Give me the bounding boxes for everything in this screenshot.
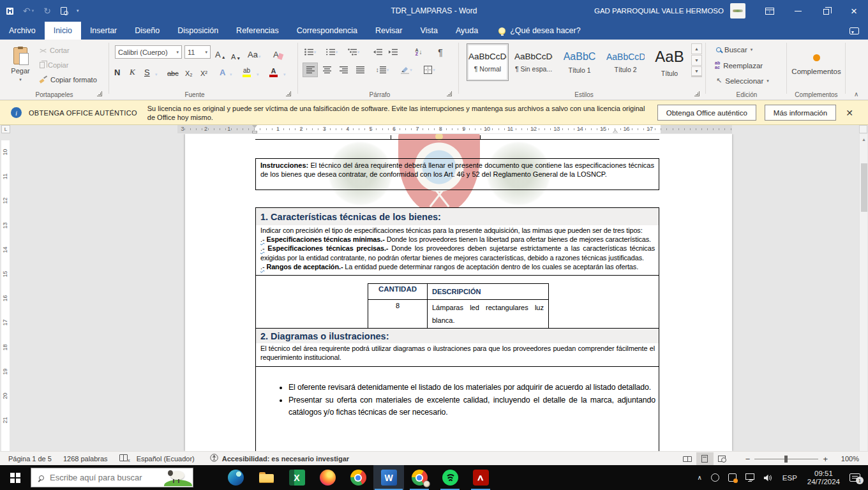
specifications-table[interactable]: 1. Características técnicas de los biene… bbox=[255, 207, 659, 451]
replace-button[interactable]: abacReemplazar bbox=[715, 61, 763, 70]
accessibility-status[interactable]: Accesibilidad: es necesario investigar bbox=[222, 455, 349, 463]
numbering-button[interactable]: ▾ bbox=[324, 45, 340, 59]
tray-app-badge-icon[interactable] bbox=[724, 465, 741, 490]
taskbar-chrome-icon[interactable] bbox=[343, 465, 373, 490]
word-count[interactable]: 1268 palabras bbox=[63, 455, 108, 463]
taskbar-firefox-icon[interactable] bbox=[312, 465, 343, 490]
font-size-combo[interactable]: 11▾ bbox=[184, 45, 211, 59]
increase-indent-button[interactable] bbox=[385, 45, 401, 59]
more-info-button[interactable]: Más información bbox=[765, 105, 836, 121]
underline-options-chevron[interactable]: ▾ bbox=[155, 63, 158, 77]
align-right-button[interactable] bbox=[336, 63, 351, 77]
print-layout-button[interactable] bbox=[696, 452, 714, 466]
style-titulo-1[interactable]: AaBbCTítulo 1 bbox=[558, 43, 601, 81]
tray-app-icon[interactable] bbox=[707, 465, 724, 490]
notification-center-button[interactable]: 1 bbox=[845, 465, 868, 490]
bullets-button[interactable]: ▾ bbox=[303, 45, 318, 59]
left-indent-marker[interactable] bbox=[252, 131, 257, 133]
tab-revisar[interactable]: Revisar bbox=[366, 22, 411, 40]
language-indicator[interactable]: Español (Ecuador) bbox=[137, 455, 195, 463]
justify-button[interactable] bbox=[352, 63, 368, 77]
shrink-font-button[interactable]: A▼ bbox=[231, 47, 241, 61]
first-line-indent-marker[interactable] bbox=[252, 125, 257, 128]
underline-button[interactable]: S bbox=[144, 63, 150, 77]
sort-button[interactable]: AZ↓ bbox=[411, 45, 426, 59]
style-titulo[interactable]: AaBTítulo bbox=[648, 43, 691, 81]
addins-button[interactable]: Complementos bbox=[789, 45, 844, 84]
styles-gallery-expand-button[interactable]: ▼ bbox=[691, 66, 702, 77]
tell-me-box[interactable]: ¿Qué desea hacer? bbox=[498, 22, 581, 40]
font-name-combo[interactable]: Calibri (Cuerpo)▾ bbox=[115, 45, 182, 59]
volume-icon[interactable] bbox=[759, 465, 777, 490]
clear-formatting-button[interactable]: A bbox=[273, 45, 283, 59]
show-formatting-marks-button[interactable]: ¶ bbox=[433, 45, 448, 59]
font-dialog-launcher[interactable] bbox=[286, 91, 291, 96]
clipboard-dialog-launcher[interactable] bbox=[97, 91, 102, 96]
keyboard-language[interactable]: ESP bbox=[777, 474, 802, 482]
taskbar-acrobat-icon[interactable]: ∧ bbox=[465, 465, 496, 490]
tab-referencias[interactable]: Referencias bbox=[227, 22, 288, 40]
taskbar-chrome-profile-icon[interactable] bbox=[404, 465, 435, 490]
network-icon[interactable] bbox=[741, 465, 759, 490]
scrollbar-thumb[interactable] bbox=[861, 163, 867, 212]
taskbar-excel-icon[interactable]: X bbox=[281, 465, 312, 490]
style-sin-espaciado[interactable]: AaBbCcDc¶ Sin espa... bbox=[513, 43, 555, 81]
taskbar-spotify-icon[interactable] bbox=[435, 465, 465, 490]
cut-button[interactable]: Cortar bbox=[40, 47, 70, 54]
feedback-icon[interactable] bbox=[849, 27, 859, 34]
copy-button[interactable]: Copiar bbox=[40, 61, 68, 69]
search-input[interactable] bbox=[50, 473, 146, 482]
taskbar-search-box[interactable] bbox=[31, 468, 193, 487]
strikethrough-button[interactable]: abc bbox=[167, 63, 179, 77]
restore-button[interactable] bbox=[812, 0, 840, 22]
avatar[interactable] bbox=[730, 3, 745, 19]
read-mode-button[interactable] bbox=[679, 452, 696, 466]
tab-disposicion[interactable]: Disposición bbox=[168, 22, 227, 40]
multilevel-list-button[interactable]: ▾ bbox=[346, 45, 361, 59]
tab-correspondencia[interactable]: Correspondencia bbox=[288, 22, 366, 40]
minimize-button[interactable] bbox=[784, 0, 812, 22]
tab-vista[interactable]: Vista bbox=[411, 22, 447, 40]
search-daily-image[interactable] bbox=[161, 468, 192, 486]
tab-ayuda[interactable]: Ayuda bbox=[447, 22, 487, 40]
select-button[interactable]: ↖Seleccionar▾ bbox=[716, 77, 769, 85]
italic-button[interactable]: K bbox=[130, 63, 135, 77]
borders-button[interactable]: ▾ bbox=[420, 63, 439, 77]
right-indent-marker[interactable] bbox=[613, 130, 618, 133]
taskbar-edge-icon[interactable] bbox=[220, 465, 251, 490]
line-spacing-button[interactable]: ↕▾ bbox=[373, 63, 392, 77]
highlight-button[interactable]: ab bbox=[243, 63, 251, 77]
collapse-ribbon-button[interactable]: ∧ bbox=[854, 91, 858, 98]
document-page[interactable]: Instrucciones: El técnico del área requi… bbox=[185, 134, 732, 451]
tab-archivo[interactable]: Archivo bbox=[0, 22, 45, 40]
align-center-button[interactable] bbox=[319, 63, 334, 77]
highlight-chevron[interactable]: ▾ bbox=[257, 63, 259, 77]
tab-stop-selector[interactable]: L bbox=[1, 125, 10, 133]
shading-button[interactable]: ▾ bbox=[397, 63, 416, 77]
close-button[interactable]: × bbox=[840, 0, 868, 22]
taskbar-word-icon[interactable]: W bbox=[373, 465, 404, 490]
decrease-indent-button[interactable] bbox=[370, 45, 385, 59]
tab-diseno[interactable]: Diseño bbox=[126, 22, 168, 40]
horizontal-ruler[interactable]: 3211234567891011121314151617 bbox=[177, 125, 732, 133]
bold-button[interactable]: N bbox=[114, 63, 120, 77]
ribbon-display-options-button[interactable] bbox=[756, 0, 784, 22]
zoom-out-button[interactable]: − bbox=[741, 454, 755, 464]
paragraph-dialog-launcher[interactable] bbox=[447, 91, 452, 96]
zoom-level[interactable]: 100% bbox=[832, 455, 859, 463]
grow-font-button[interactable]: A▲ bbox=[215, 45, 226, 59]
ruler-toggle-button[interactable] bbox=[859, 125, 867, 133]
align-left-button[interactable] bbox=[303, 63, 318, 77]
tab-inicio[interactable]: Inicio bbox=[45, 22, 81, 40]
scroll-up-arrow[interactable]: ▲ bbox=[860, 135, 868, 144]
vertical-ruler[interactable]: 101112131415161718192021 bbox=[1, 140, 10, 451]
zoom-slider[interactable] bbox=[754, 459, 818, 459]
zoom-in-button[interactable]: + bbox=[818, 454, 832, 464]
tab-insertar[interactable]: Insertar bbox=[81, 22, 126, 40]
taskbar-file-explorer-icon[interactable] bbox=[251, 465, 281, 490]
close-warning-icon[interactable]: ✕ bbox=[846, 108, 853, 118]
quantity-table[interactable]: CANTIDAD DESCRIPCIÓN 8 Lámparas led rect… bbox=[368, 283, 549, 329]
find-button[interactable]: Buscar▾ bbox=[716, 46, 752, 54]
subscript-button[interactable]: X₂ bbox=[185, 63, 193, 77]
text-effects-chevron[interactable]: ▾ bbox=[230, 63, 232, 77]
